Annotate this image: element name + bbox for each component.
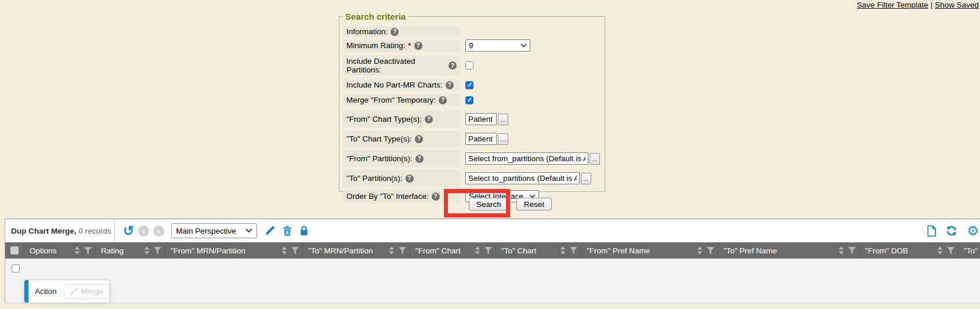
column-header-from-pref-name[interactable]: "From" Pref Name xyxy=(581,242,718,259)
column-header-to-dob[interactable]: "To" DOB xyxy=(958,242,980,259)
to-partitions-browse-button[interactable]: ... xyxy=(581,173,591,184)
next-icon[interactable]: › xyxy=(153,226,164,237)
action-panel-title: Action xyxy=(35,287,57,296)
information-label: Information: xyxy=(346,27,388,36)
column-label: Rating xyxy=(101,246,124,255)
sort-icon[interactable] xyxy=(838,246,844,255)
grid-header-row: Options Rating "From" MRN/Partition "To"… xyxy=(5,242,980,259)
column-label: "From" MRN/Partition xyxy=(171,246,245,255)
filter-funnel-icon[interactable] xyxy=(154,247,161,255)
minimum-rating-row: Minimum Rating: * ? 9 xyxy=(343,39,600,52)
from-chart-types-input[interactable] xyxy=(465,113,497,125)
information-row: Information: ? xyxy=(343,26,600,37)
sort-icon[interactable] xyxy=(144,246,150,255)
sort-icon[interactable] xyxy=(697,246,703,255)
from-partitions-input[interactable] xyxy=(465,152,588,165)
sort-icon[interactable] xyxy=(74,246,80,255)
minimum-rating-label: Minimum Rating: xyxy=(346,41,405,50)
column-header-from-mrn-partition[interactable]: "From" MRN/Partition xyxy=(165,242,302,259)
include-no-part-mr-charts-label: Include No Part-MR Charts: xyxy=(346,81,443,89)
undo-icon[interactable]: ↺ xyxy=(123,225,134,237)
column-header-rating[interactable]: Rating xyxy=(95,242,165,259)
from-partitions-browse-button[interactable]: ... xyxy=(590,153,600,165)
sort-icon[interactable] xyxy=(560,246,566,255)
sort-icon[interactable] xyxy=(475,246,480,255)
results-grid: Dup Chart Merge, 0 records ↺ ‹ › Main Pe… xyxy=(5,219,980,303)
search-criteria-fieldset: Search criteria Information: ? Minimum R… xyxy=(339,12,605,192)
filter-funnel-icon[interactable] xyxy=(707,247,714,255)
column-header-options[interactable]: Options xyxy=(24,242,95,259)
link-separator: | xyxy=(931,1,933,9)
column-header-to-chart[interactable]: "To" Chart xyxy=(496,242,581,259)
delete-icon[interactable] xyxy=(283,226,292,236)
sort-icon[interactable] xyxy=(389,246,395,255)
filter-funnel-icon[interactable] xyxy=(484,247,492,255)
to-partitions-input[interactable] xyxy=(465,172,580,184)
grid-toolbar: Dup Chart Merge, 0 records ↺ ‹ › Main Pe… xyxy=(5,219,980,242)
column-label: Options xyxy=(30,246,57,255)
merge-button[interactable]: Merge xyxy=(64,284,110,299)
to-chart-types-input[interactable] xyxy=(465,133,497,145)
column-label: "From" Chart xyxy=(415,246,461,255)
filter-funnel-icon[interactable] xyxy=(848,247,856,255)
help-icon[interactable]: ? xyxy=(414,42,422,50)
column-header-from-dob[interactable]: "From" DOB xyxy=(859,242,958,259)
column-header-to-mrn-partition[interactable]: "To" MRN/Partition xyxy=(302,242,410,259)
refresh-icon[interactable] xyxy=(946,226,957,236)
lock-icon[interactable] xyxy=(299,226,309,236)
column-header-to-pref-name[interactable]: "To" Pref Name xyxy=(718,242,859,259)
include-deactivated-partitions-label: Include Deactivated Partitions: xyxy=(346,57,446,74)
settings-gear-icon[interactable]: ⚙ xyxy=(967,225,979,237)
from-partitions-row: "From" Partition(s): ? ... xyxy=(343,150,600,167)
column-label: "To" Pref Name xyxy=(724,246,777,255)
help-icon[interactable]: ? xyxy=(415,155,424,163)
filter-funnel-icon[interactable] xyxy=(291,247,299,255)
from-chart-types-browse-button[interactable]: ... xyxy=(498,114,508,125)
previous-icon[interactable]: ‹ xyxy=(138,226,149,237)
filter-funnel-icon[interactable] xyxy=(84,247,92,255)
select-all-cell xyxy=(5,242,24,259)
from-chart-types-label: "From" Chart Type(s): xyxy=(346,115,422,123)
sort-icon[interactable] xyxy=(937,246,943,255)
help-icon[interactable]: ? xyxy=(446,81,454,89)
edit-icon[interactable] xyxy=(265,226,275,236)
new-file-icon[interactable] xyxy=(927,225,936,237)
record-count: 0 records xyxy=(78,227,111,235)
help-icon[interactable]: ? xyxy=(425,115,433,123)
chevron-down-icon xyxy=(520,43,527,48)
help-icon[interactable]: ? xyxy=(449,61,457,70)
column-header-from-chart[interactable]: "From" Chart xyxy=(410,242,496,259)
search-button[interactable]: Search xyxy=(469,198,509,210)
filter-funnel-icon[interactable] xyxy=(399,247,406,255)
row-select-checkbox[interactable] xyxy=(12,264,20,272)
merge-from-temporary-label: Merge "From" Temporary: xyxy=(346,96,436,104)
perspective-select[interactable]: Main Perspective xyxy=(171,223,257,238)
help-icon[interactable]: ? xyxy=(390,28,399,36)
grid-body: Action Merge xyxy=(5,259,980,303)
help-icon[interactable]: ? xyxy=(432,192,440,201)
include-no-part-mr-charts-row: Include No Part-MR Charts: ? xyxy=(343,79,600,90)
save-filter-template-link[interactable]: Save Filter Template xyxy=(857,1,928,9)
help-icon[interactable]: ? xyxy=(439,96,447,104)
select-all-checkbox[interactable] xyxy=(10,246,19,255)
merge-from-temporary-checkbox[interactable] xyxy=(465,96,473,104)
reset-button[interactable]: Reset xyxy=(516,198,552,210)
merge-button-label: Merge xyxy=(81,287,103,296)
include-no-part-mr-charts-checkbox[interactable] xyxy=(465,81,473,89)
to-chart-types-browse-button[interactable]: ... xyxy=(498,133,508,145)
show-saved-link[interactable]: Show Saved xyxy=(935,1,979,9)
chevron-down-icon xyxy=(245,228,252,233)
form-buttons: Search Reset xyxy=(469,198,552,210)
filter-template-links: Save Filter Template|Show Saved xyxy=(857,1,979,9)
help-icon[interactable]: ? xyxy=(406,175,414,183)
help-icon[interactable]: ? xyxy=(415,135,423,143)
required-marker: * xyxy=(408,41,411,50)
include-deactivated-partitions-checkbox[interactable] xyxy=(465,61,473,70)
toolbar-right-icons: ⚙ xyxy=(917,225,975,237)
sort-icon[interactable] xyxy=(281,246,287,255)
minimum-rating-value: 9 xyxy=(469,41,473,50)
minimum-rating-select[interactable]: 9 xyxy=(465,39,530,52)
order-by-to-interface-label: Order By "To" Interface: xyxy=(346,192,429,201)
filter-funnel-icon[interactable] xyxy=(570,247,577,255)
filter-funnel-icon[interactable] xyxy=(947,247,954,255)
